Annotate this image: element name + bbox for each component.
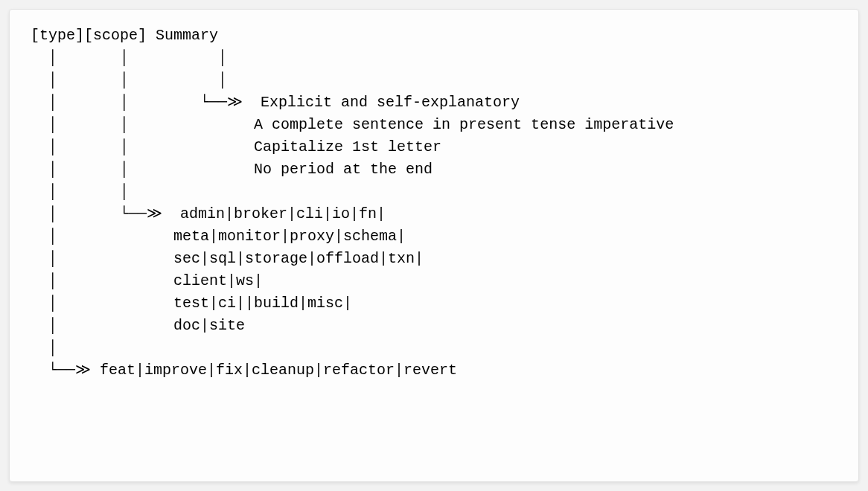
summary-rule: Explicit and self-explanatory <box>261 94 520 111</box>
diagram-panel: [type][scope] Summary │ │ │ │ │ │ │ │ └─… <box>9 9 859 482</box>
scope-values-line: │ sec|sql|storage|offload|txn| <box>31 250 424 267</box>
scope-values-line: │ test|ci||build|misc| <box>31 295 352 312</box>
scope-values: test|ci||build|misc| <box>173 295 352 312</box>
scope-values: doc|site <box>173 317 245 334</box>
tree-stem-line: │ │ │ <box>31 71 227 89</box>
summary-rule-line: │ │ Capitalize 1st letter <box>31 138 441 155</box>
scope-values-line: │ meta|monitor|proxy|schema| <box>31 228 406 245</box>
summary-rule: Capitalize 1st letter <box>254 138 441 155</box>
summary-rule-line: │ │ No period at the end <box>31 161 433 178</box>
tree-stem-line: │ <box>31 339 57 356</box>
scope-values: sec|sql|storage|offload|txn| <box>173 250 424 267</box>
summary-rule: A complete sentence in present tense imp… <box>254 116 674 133</box>
scope-values: meta|monitor|proxy|schema| <box>173 228 406 245</box>
summary-rule: No period at the end <box>254 161 433 178</box>
scope-values: admin|broker|cli|io|fn| <box>180 205 386 222</box>
scope-arrow-line: │ └──≫ admin|broker|cli|io|fn| <box>31 205 386 222</box>
scope-values-line: │ client|ws| <box>31 272 263 289</box>
page-stage: [type][scope] Summary │ │ │ │ │ │ │ │ └─… <box>0 0 868 491</box>
scope-values-line: │ doc|site <box>31 317 245 334</box>
tree-stem-line: │ │ <box>31 183 129 200</box>
tree-stem-line: │ │ │ <box>31 49 227 66</box>
type-arrow-line: └──≫ feat|improve|fix|cleanup|refactor|r… <box>31 362 457 379</box>
summary-arrow-line: │ │ └──≫ Explicit and self-explanatory <box>31 94 520 111</box>
scope-values: client|ws| <box>173 272 263 289</box>
type-values: feat|improve|fix|cleanup|refactor|revert <box>100 362 457 379</box>
commit-format-diagram: [type][scope] Summary │ │ │ │ │ │ │ │ └─… <box>31 25 837 382</box>
header-line: [type][scope] Summary <box>31 27 218 44</box>
summary-rule-line: │ │ A complete sentence in present tense… <box>31 116 674 133</box>
